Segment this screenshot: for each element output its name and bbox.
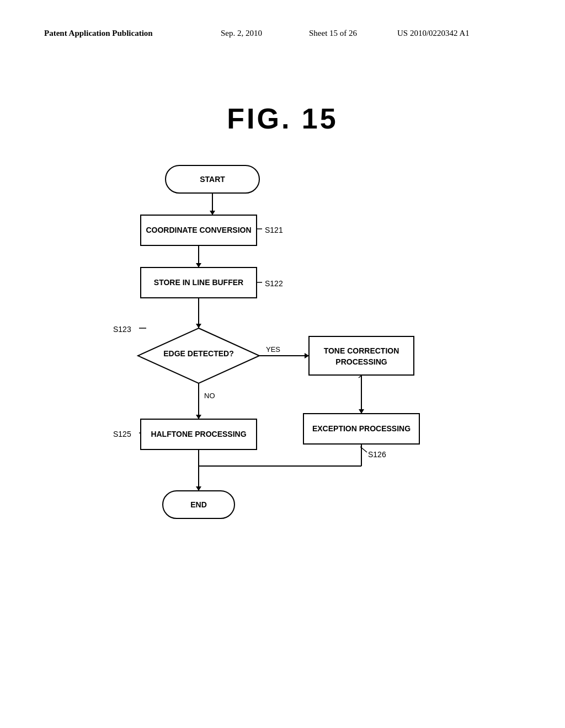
tone-correction-label2: PROCESSING (335, 357, 387, 366)
tone-correction-label1: TONE CORRECTION (324, 346, 399, 355)
flowchart-diagram: START S121 COORDINATE CONVERSION S122 ST… (55, 160, 441, 592)
end-label: END (190, 500, 207, 509)
coordinate-conversion-label: COORDINATE CONVERSION (146, 226, 251, 234)
start-label: START (200, 175, 225, 184)
pub-label: US 2010/0220342 A1 (397, 29, 470, 38)
sheet-label: Sheet 15 of 26 (309, 29, 397, 38)
yes-arrowhead (305, 353, 309, 358)
arrowhead-halftone-end (196, 486, 201, 491)
no-arrowhead (196, 415, 201, 419)
store-line-buffer-label: STORE IN LINE BUFFER (154, 278, 243, 287)
page-header: Patent Application Publication Sep. 2, 2… (0, 29, 565, 38)
s122-step-label: S122 (265, 279, 283, 288)
arrowhead-2 (196, 263, 201, 267)
halftone-label: HALFTONE PROCESSING (151, 430, 246, 438)
arrowhead-1 (210, 211, 215, 215)
arrowhead-tone-excep (359, 409, 364, 414)
exception-label: EXCEPTION PROCESSING (312, 424, 411, 433)
s123-step-label: S123 (113, 325, 131, 334)
edge-detected-label: EDGE DETECTED? (163, 349, 234, 358)
tone-correction-node (309, 336, 414, 375)
patent-label: Patent Application Publication (44, 29, 221, 38)
no-label: NO (204, 392, 215, 400)
arrowhead-3 (196, 324, 201, 328)
s126-step-label: S126 (368, 450, 386, 459)
s125-step-label: S125 (113, 430, 131, 438)
date-label: Sep. 2, 2010 (221, 29, 309, 38)
s121-step-label: S121 (265, 226, 283, 234)
figure-title: FIG. 15 (0, 102, 565, 135)
yes-label: YES (266, 345, 280, 354)
